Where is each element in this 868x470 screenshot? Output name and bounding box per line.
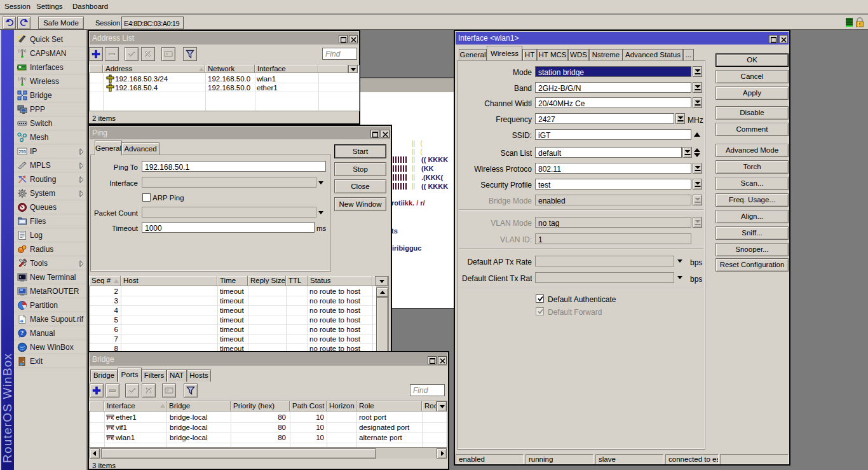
svg-text:?: ? <box>20 329 24 336</box>
svg-text:255: 255 <box>18 149 26 154</box>
